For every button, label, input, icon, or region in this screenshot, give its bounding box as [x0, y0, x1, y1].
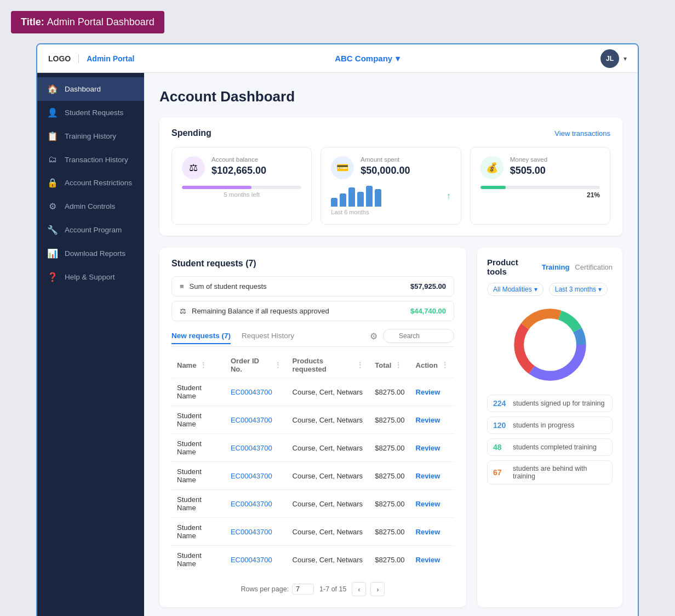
total-2: $8275.00 — [369, 434, 410, 462]
col-menu-icon-4[interactable]: ⋮ — [441, 361, 449, 369]
filter-chevron-icon-0: ▾ — [534, 286, 537, 293]
card-value-1: $50,000.00 — [361, 165, 410, 176]
order-id-4[interactable]: EC00043700 — [225, 490, 287, 518]
stat-label-3: students are behind with training — [513, 465, 607, 480]
col-menu-icon-3[interactable]: ⋮ — [394, 361, 402, 369]
tab-1[interactable]: Request History — [242, 332, 294, 344]
sidebar-item-help-support[interactable]: ❓ Help & Support — [37, 265, 144, 289]
title-bar: Title: Admin Portal Dashboard — [11, 11, 164, 33]
user-area: JL ▾ — [600, 49, 627, 68]
company-selector[interactable]: ABC Company ▾ — [335, 54, 400, 64]
donut-chart — [509, 304, 591, 386]
portal-label: Admin Portal — [87, 54, 134, 63]
total-5: $8275.00 — [369, 518, 410, 546]
bar-chart-1 — [331, 186, 381, 207]
order-id-0[interactable]: EC00043700 — [225, 378, 287, 406]
products-3: Course, Cert, Netwars — [287, 462, 370, 490]
order-id-3[interactable]: EC00043700 — [225, 462, 287, 490]
order-id-1[interactable]: EC00043700 — [225, 406, 287, 434]
col-menu-icon-1[interactable]: ⋮ — [274, 361, 282, 369]
stat-item-2: 48 students completed training — [487, 438, 613, 456]
stats-list: 224 students signed up for training120 s… — [487, 395, 613, 484]
tab-0[interactable]: New requests (7) — [171, 332, 231, 344]
sidebar-item-admin-controls[interactable]: ⚙ Admin Controls — [37, 195, 144, 218]
review-button-5[interactable]: Review — [410, 518, 454, 546]
stat-num-3: 67 — [493, 468, 508, 477]
total-4: $8275.00 — [369, 490, 410, 518]
filter-dropdown-1[interactable]: Last 3 months ▾ — [549, 283, 608, 296]
pt-tab-1[interactable]: Certification — [575, 263, 613, 271]
sidebar-label-help-support: Help & Support — [65, 273, 115, 281]
sidebar-item-student-requests[interactable]: 👤 Student Requests — [37, 101, 144, 124]
products-2: Course, Cert, Netwars — [287, 434, 370, 462]
stat-num-1: 120 — [493, 421, 508, 430]
summary-amount-1: $44,740.00 — [410, 307, 446, 315]
filter-dropdown-0[interactable]: All Modalities ▾ — [487, 283, 544, 296]
search-input[interactable] — [383, 329, 454, 343]
pt-tab-0[interactable]: Training — [542, 263, 570, 271]
sidebar-item-account-program[interactable]: 🔧 Account Program — [37, 218, 144, 242]
review-button-2[interactable]: Review — [410, 434, 454, 462]
next-page-button[interactable]: › — [370, 582, 385, 596]
student-name-3: Student Name — [171, 462, 225, 490]
filter-icon[interactable]: ⚙ — [370, 331, 377, 341]
summary-row-0: ≡ Sum of student requests $57,925.00 — [171, 276, 454, 296]
sidebar-item-download-reports[interactable]: 📊 Download Reports — [37, 242, 144, 265]
sidebar-label-dashboard: Dashboard — [65, 85, 101, 93]
search-wrapper: 🔍 — [383, 329, 454, 343]
card-icon-1: 💳 — [331, 156, 354, 179]
table-row: Student Name EC00043700 Course, Cert, Ne… — [171, 434, 454, 462]
bottom-layout: Student requests (7) ≡ Sum of student re… — [159, 248, 622, 607]
sidebar-label-download-reports: Download Reports — [65, 249, 125, 258]
student-name-2: Student Name — [171, 434, 225, 462]
avatar[interactable]: JL — [600, 49, 619, 68]
card-icon-0: ⚖ — [182, 156, 205, 179]
sidebar-item-account-restrictions[interactable]: 🔒 Account Restrictions — [37, 171, 144, 195]
student-name-0: Student Name — [171, 378, 225, 406]
sidebar-icon-transaction-history: 🗂 — [47, 155, 58, 164]
spending-card-2: 💰 Money saved $505.00 21% — [470, 147, 610, 225]
sidebar-label-admin-controls: Admin Controls — [65, 202, 115, 210]
rows-per-page-label: Rows per page: — [241, 585, 289, 593]
rows-per-page-select[interactable]: 7 10 25 — [292, 584, 314, 595]
sidebar-item-dashboard[interactable]: 🏠 Dashboard — [37, 77, 144, 101]
card-sub-text-0: 5 months left — [182, 191, 301, 198]
stat-label-1: students in progress — [513, 421, 575, 429]
sidebar-icon-account-program: 🔧 — [47, 225, 58, 235]
sidebar-item-transaction-history[interactable]: 🗂 Transaction History — [37, 148, 144, 171]
sidebar-icon-download-reports: 📊 — [47, 248, 58, 259]
card-value-0: $102,665.00 — [211, 165, 266, 176]
prev-page-button[interactable]: ‹ — [352, 582, 366, 596]
table-row: Student Name EC00043700 Course, Cert, Ne… — [171, 546, 454, 574]
sidebar-icon-training-history: 📋 — [47, 131, 58, 141]
spending-card-1: 💳 Amount spent $50,000.00 ↑ Last 6 month… — [321, 147, 461, 225]
pagination-row: Rows per page: 7 10 25 1-7 of 15 ‹ › — [171, 582, 454, 596]
col-menu-icon-2[interactable]: ⋮ — [356, 361, 364, 369]
order-id-5[interactable]: EC00043700 — [225, 518, 287, 546]
up-arrow-icon: ↑ — [447, 191, 451, 201]
table-row: Student Name EC00043700 Course, Cert, Ne… — [171, 462, 454, 490]
card-label-1: Amount spent — [361, 156, 410, 163]
review-button-3[interactable]: Review — [410, 462, 454, 490]
card-label-0: Account balance — [211, 156, 266, 163]
main-layout: 🏠 Dashboard👤 Student Requests📋 Training … — [37, 73, 638, 616]
order-id-6[interactable]: EC00043700 — [225, 546, 287, 574]
review-button-1[interactable]: Review — [410, 406, 454, 434]
logo: LOGO — [48, 54, 79, 63]
filter-label-0: All Modalities — [493, 286, 532, 293]
sidebar-item-training-history[interactable]: 📋 Training History — [37, 124, 144, 148]
spending-card-0: ⚖ Account balance $102,665.00 5 months l… — [171, 147, 312, 225]
summary-label-0: Sum of student requests — [190, 282, 267, 290]
sidebar-icon-student-requests: 👤 — [47, 107, 58, 118]
review-button-0[interactable]: Review — [410, 378, 454, 406]
col-menu-icon-0[interactable]: ⋮ — [199, 361, 207, 369]
table-row: Student Name EC00043700 Course, Cert, Ne… — [171, 378, 454, 406]
review-button-4[interactable]: Review — [410, 490, 454, 518]
user-chevron-icon[interactable]: ▾ — [623, 55, 627, 62]
order-id-2[interactable]: EC00043700 — [225, 434, 287, 462]
view-transactions-link[interactable]: View transactions — [554, 129, 610, 138]
sidebar-label-training-history: Training History — [65, 132, 116, 140]
total-3: $8275.00 — [369, 462, 410, 490]
review-button-6[interactable]: Review — [410, 546, 454, 574]
student-name-5: Student Name — [171, 518, 225, 546]
